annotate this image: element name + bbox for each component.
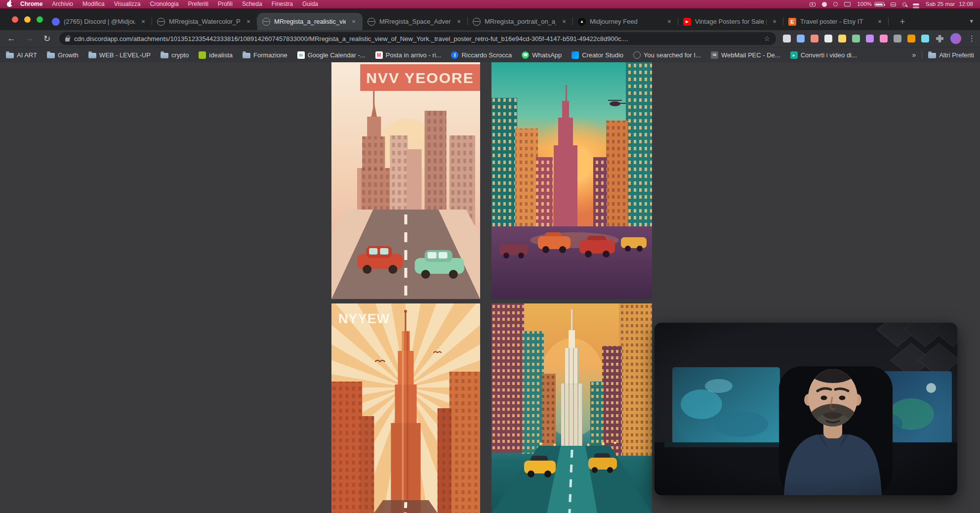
tab-title: (2765) Discord | @Midjou	[64, 18, 135, 25]
menu-item[interactable]: Visualizza	[114, 0, 141, 8]
bookmark-icon	[633, 51, 641, 59]
tab-close-icon[interactable]: ×	[245, 18, 252, 26]
browser-tab[interactable]: (2765) Discord | @Midjou ×	[47, 13, 152, 30]
empire-state-building	[391, 310, 420, 513]
tab-close-icon[interactable]: ×	[560, 18, 568, 26]
extension-icon[interactable]	[894, 35, 901, 43]
extension-icon[interactable]	[852, 35, 860, 43]
menu-item[interactable]: Profili	[218, 0, 233, 8]
menu-clock[interactable]: Sab 25 mar 12:08	[926, 0, 973, 8]
tab-close-icon[interactable]: ×	[665, 18, 673, 26]
bookmark-item[interactable]: idealista	[199, 51, 233, 59]
record-icon[interactable]	[833, 2, 838, 6]
browser-tab[interactable]: Travel poster - Etsy IT ×	[783, 13, 889, 30]
bookmark-item[interactable]: You searched for I...	[633, 51, 701, 59]
screen: Chrome Archivio Modifica Visualizza Cron…	[0, 0, 980, 513]
bookmark-item[interactable]: Posta in arrivo - ri...	[375, 51, 442, 59]
obs-icon[interactable]	[822, 2, 827, 7]
menu-item[interactable]: Finestra	[272, 0, 293, 8]
extension-icon[interactable]	[811, 35, 818, 43]
bookmark-item[interactable]: Converti i video di...	[790, 51, 857, 59]
forward-button[interactable]: →	[24, 34, 35, 43]
bookmark-item[interactable]: Creator Studio	[572, 51, 623, 59]
tab-favicon	[578, 18, 586, 26]
apple-menu-icon[interactable]	[7, 1, 12, 7]
bookmark-item[interactable]: WEB - LEVEL-UP	[88, 51, 151, 59]
browser-tab[interactable]: Vintage Posters for Sale | ×	[678, 13, 783, 30]
battery-icon	[874, 2, 884, 6]
extension-icon[interactable]	[797, 35, 805, 43]
tab-title: MRregista_Space_Advent	[379, 18, 451, 25]
menu-item[interactable]: Archivio	[52, 0, 73, 8]
other-bookmarks[interactable]: Altri Preferiti	[928, 51, 974, 59]
menu-item[interactable]: Preferiti	[188, 0, 208, 8]
poster-bottom-right-illustration	[491, 303, 652, 513]
tab-close-icon[interactable]: ×	[350, 18, 358, 26]
browser-tab[interactable]: Midjourney Feed ×	[573, 13, 678, 30]
browser-tab[interactable]: MRregista_Watercolor_Pa ×	[152, 13, 257, 30]
tab-search-chevron-icon[interactable]: ▾	[970, 17, 973, 25]
browser-tab[interactable]: MRregista_portrait_on_a_ ×	[468, 13, 573, 30]
bookmark-item[interactable]: Riccardo Scrocca	[451, 51, 512, 59]
display-icon[interactable]	[844, 2, 851, 6]
bookmark-item[interactable]: Growth	[47, 51, 79, 59]
poster-top-right-illustration	[491, 62, 652, 299]
menu-item[interactable]: Guida	[302, 0, 318, 8]
tab-title: Midjourney Feed	[590, 18, 661, 25]
browser-tab[interactable]: MRregista_a_realistic_vie ×	[257, 13, 363, 30]
tab-favicon	[683, 18, 691, 26]
close-window-button[interactable]	[12, 16, 18, 23]
camera-icon[interactable]	[810, 2, 816, 6]
generated-image-grid[interactable]: NVV YEOORE	[331, 62, 652, 513]
menu-item[interactable]: Cronologia	[150, 0, 179, 8]
poster-top-left: NVV YEOORE	[331, 62, 480, 299]
bookmark-item[interactable]: crypto	[161, 51, 189, 59]
back-button[interactable]: ←	[6, 34, 17, 43]
tab-list: (2765) Discord | @Midjou × MRregista_Wat…	[47, 13, 889, 30]
extension-icon[interactable]	[907, 35, 915, 43]
bookmark-item[interactable]: Google Calendar -...	[297, 51, 366, 59]
extensions-row	[783, 35, 929, 43]
bookmark-label: Converti i video di...	[801, 51, 857, 59]
extension-icon[interactable]	[880, 35, 888, 43]
menu-item[interactable]: Modifica	[82, 0, 105, 8]
reload-button[interactable]: ↻	[41, 34, 52, 44]
profile-avatar[interactable]	[950, 33, 961, 44]
control-center-icon[interactable]	[913, 3, 919, 5]
poster-title-text: NYYEW	[338, 311, 390, 326]
browser-toolbar: ← → ↻ cdn.discordapp.com/attachments/101…	[0, 30, 980, 47]
tab-title: Travel poster - Etsy IT	[800, 18, 872, 25]
bookmark-item[interactable]: AI ART	[6, 51, 37, 59]
spotlight-icon[interactable]	[902, 2, 906, 6]
bookmark-item[interactable]: WhatsApp	[522, 51, 562, 59]
new-tab-button[interactable]: +	[896, 15, 909, 28]
lock-icon[interactable]	[65, 38, 70, 42]
tab-close-icon[interactable]: ×	[139, 18, 147, 26]
bookmark-item[interactable]: WebMail PEC - De...	[711, 51, 780, 59]
address-bar[interactable]: cdn.discordapp.com/attachments/101351233…	[59, 32, 776, 45]
browser-tab[interactable]: MRregista_Space_Advent ×	[363, 13, 468, 30]
tab-close-icon[interactable]: ×	[771, 18, 778, 26]
bookmarks-overflow-chevron[interactable]: »	[912, 51, 916, 59]
tab-close-icon[interactable]: ×	[455, 18, 463, 26]
extension-icon[interactable]	[921, 35, 929, 43]
zoom-window-button[interactable]	[37, 16, 43, 23]
extensions-puzzle-icon[interactable]	[936, 35, 943, 43]
url-text: cdn.discordapp.com/attachments/101351233…	[74, 35, 759, 43]
menu-app-name[interactable]: Chrome	[20, 0, 42, 8]
bookmark-item[interactable]: Formazione	[243, 51, 287, 59]
minimize-window-button[interactable]	[24, 16, 31, 23]
tab-strip: (2765) Discord | @Midjou × MRregista_Wat…	[0, 8, 980, 30]
battery-status[interactable]: 100%	[857, 0, 884, 8]
tab-close-icon[interactable]: ×	[876, 18, 884, 26]
browser-menu-icon[interactable]: ⋮	[968, 34, 974, 43]
bookmark-label: WEB - LEVEL-UP	[99, 51, 151, 59]
menu-item[interactable]: Scheda	[242, 0, 262, 8]
extension-icon[interactable]	[783, 35, 791, 43]
extension-icon[interactable]	[866, 35, 874, 43]
tab-favicon	[788, 18, 796, 26]
extension-icon[interactable]	[824, 35, 832, 43]
bookmark-star-icon[interactable]: ☆	[764, 35, 770, 43]
extension-icon[interactable]	[838, 35, 846, 43]
keyboard-icon[interactable]	[891, 2, 896, 6]
